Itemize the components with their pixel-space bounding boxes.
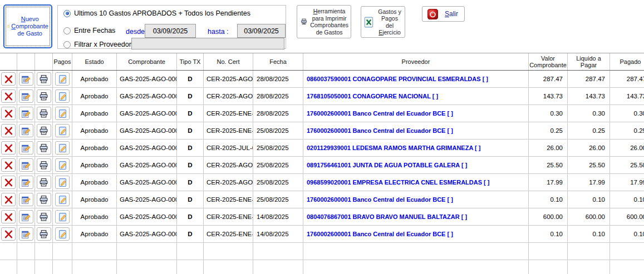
properties-icon (21, 92, 31, 101)
provider-filter-input[interactable] (131, 38, 284, 49)
printer-icon (39, 178, 48, 187)
hasta-date-input[interactable] (237, 24, 286, 38)
edit-pagos-button[interactable] (55, 141, 70, 155)
row-properties-button[interactable] (19, 227, 33, 241)
header-no-cert: No. Cert (204, 53, 253, 70)
row-properties-button[interactable] (19, 193, 33, 206)
print-row-button[interactable] (37, 89, 51, 103)
delete-x-icon (4, 230, 13, 239)
edit-pagos-button[interactable] (55, 158, 70, 172)
proveedor-link[interactable]: 1760002600001 Banco Central del Ecuador … (303, 191, 529, 208)
proveedor-link[interactable]: 0968599020001 EMPRESA ELECTRICA CNEL ESM… (303, 174, 529, 191)
properties-icon (21, 74, 31, 84)
radio-filter-provider-circle[interactable] (63, 41, 71, 48)
delete-row-button[interactable] (1, 227, 16, 241)
new-comprobante-button[interactable]: Nuevo Comprobante de Gasto (3, 4, 52, 48)
tipo-tx-cell: D (177, 174, 204, 191)
delete-row-button[interactable] (1, 193, 16, 206)
no-cert-cell: CER-2025-ENE-0001 (204, 226, 253, 242)
row-properties-button[interactable] (19, 89, 33, 103)
pagado-cell: 17.99 (610, 174, 644, 191)
comprobante-cell: GAS-2025-AGO-00006 (117, 208, 177, 225)
printer-icon (39, 143, 48, 153)
row-properties-button[interactable] (19, 210, 33, 223)
edit-pagos-button[interactable] (55, 227, 70, 241)
fecha-cell: 25/08/2025 (253, 174, 303, 191)
proveedor-link[interactable]: 1768105050001 CONAGOPARE NACIONAL [ ] (303, 88, 529, 104)
comprobante-cell: GAS-2025-AGO-00007 (117, 191, 177, 208)
proveedor-link[interactable]: 1760002600001 Banco Central del Ecuador … (303, 122, 529, 139)
comprobante-cell: GAS-2025-AGO-00014 (117, 71, 177, 87)
header-tipo-tx: Tipo TX (177, 53, 204, 70)
hasta-label: hasta : (208, 28, 229, 36)
delete-x-icon (4, 126, 13, 136)
liquido-a-pagar-cell: 0.10 (568, 226, 610, 242)
edit-pagos-button[interactable] (55, 176, 70, 189)
edit-pagos-button[interactable] (55, 193, 70, 206)
row-properties-button[interactable] (19, 176, 33, 189)
edit-pagos-button[interactable] (55, 89, 70, 103)
print-tool-button[interactable]: Herramienta para Imprimir Comprobantes d… (297, 5, 351, 38)
print-row-button[interactable] (37, 72, 51, 86)
row-properties-button[interactable] (19, 72, 33, 86)
delete-x-icon (4, 143, 13, 153)
delete-row-button[interactable] (1, 107, 16, 120)
radio-last10[interactable]: Ultimos 10 Gastos APROBADOS + Todos los … (63, 9, 250, 17)
delete-row-button[interactable] (1, 141, 16, 155)
expenses-grid: Pagos Estado Comprobante Tipo TX No. Cer… (0, 53, 644, 274)
print-row-button[interactable] (37, 210, 51, 223)
radio-filter-provider[interactable]: Filtrar x Proveedor (63, 41, 131, 48)
proveedor-link[interactable]: 1760002600001 Banco Central del Ecuador … (303, 226, 529, 242)
row-properties-button[interactable] (19, 124, 33, 137)
proveedor-link[interactable]: 0804076867001 BRAVO BRAVO MANUEL BALTAZA… (303, 208, 529, 225)
row-properties-button[interactable] (19, 141, 33, 155)
proveedor-link[interactable]: 0201129939001 LEDESMA RAMOS MARTHA GRIMA… (303, 140, 529, 156)
edit-pagos-button[interactable] (55, 124, 70, 137)
no-cert-cell: CER-2025-JUL-0003 (204, 140, 253, 156)
estado-cell: Aprobado (72, 208, 117, 225)
liquido-a-pagar-cell: 143.73 (568, 88, 610, 104)
delete-row-button[interactable] (1, 89, 16, 103)
print-row-button[interactable] (37, 158, 51, 172)
proveedor-link[interactable]: 0860037590001 CONAGOPARE PROVINCIAL ESME… (303, 71, 529, 87)
proveedor-link[interactable]: 1760002600001 Banco Central del Ecuador … (303, 105, 529, 122)
header-comprobante: Comprobante (117, 53, 177, 70)
properties-icon (21, 212, 31, 222)
print-row-button[interactable] (37, 227, 51, 241)
radio-between-dates[interactable]: Entre Fechas (63, 27, 115, 34)
edit-pagos-button[interactable] (55, 107, 70, 120)
table-row: Aprobado GAS-2025-AGO-00010 D CER-2025-J… (0, 140, 644, 157)
exit-button[interactable]: Salir (422, 6, 465, 22)
liquido-a-pagar-cell: 17.99 (568, 174, 610, 191)
delete-row-button[interactable] (1, 176, 16, 189)
delete-row-button[interactable] (1, 124, 16, 137)
print-row-button[interactable] (37, 193, 51, 206)
print-row-button[interactable] (37, 176, 51, 189)
print-row-button[interactable] (37, 141, 51, 155)
edit-pagos-button[interactable] (55, 210, 70, 223)
desde-date-input[interactable] (145, 24, 196, 38)
row-properties-button[interactable] (19, 158, 33, 172)
table-row: Aprobado GAS-2025-AGO-00014 D CER-2025-A… (0, 71, 644, 88)
header-valor-comprobante: Valor Comprobante (529, 53, 568, 70)
print-row-button[interactable] (37, 124, 51, 137)
delete-row-button[interactable] (1, 72, 16, 86)
new-button-label-line1: Nuevo (11, 16, 48, 23)
radio-last10-circle[interactable] (63, 10, 71, 17)
edit-pagos-button[interactable] (55, 72, 70, 86)
valor-comprobante-cell: 287.47 (529, 71, 568, 87)
excel-report-button[interactable]: Gastos y Pagos del Ejercicio (361, 6, 405, 38)
radio-between-dates-circle[interactable] (63, 27, 71, 34)
edit-pencil-icon (58, 212, 67, 222)
delete-row-button[interactable] (1, 210, 16, 223)
table-row: Aprobado GAS-2025-AGO-00013 D CER-2025-A… (0, 88, 644, 105)
delete-row-button[interactable] (1, 158, 16, 172)
print-row-button[interactable] (37, 107, 51, 120)
no-cert-cell: CER-2025-ENE-0001 (204, 105, 253, 122)
edit-pencil-icon (58, 178, 67, 187)
printer-icon (39, 230, 48, 239)
row-properties-button[interactable] (19, 107, 33, 120)
proveedor-link[interactable]: 0891756461001 JUNTA DE AGUA POTABLE GALE… (303, 157, 529, 173)
comprobante-cell: GAS-2025-AGO-00005 (117, 226, 177, 242)
printer-icon (39, 109, 48, 118)
